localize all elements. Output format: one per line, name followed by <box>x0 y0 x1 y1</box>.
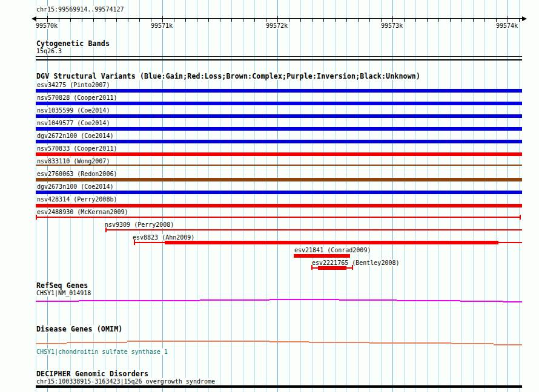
section-title-dgv: DGV Structural Variants (Blue:Gain;Red:L… <box>36 73 421 80</box>
omim-gene-line[interactable] <box>494 344 522 345</box>
ruler-tick <box>369 18 370 22</box>
variant-end-tick[interactable] <box>311 265 312 270</box>
omim-gene-line[interactable] <box>309 342 369 343</box>
refseq-gene-line[interactable] <box>503 301 522 302</box>
variant-label[interactable]: dgv2673n100 (Coe2014) <box>36 183 114 190</box>
variant-end-tick[interactable] <box>36 215 37 220</box>
ruler-tick <box>427 18 428 22</box>
ruler-tick <box>82 18 82 22</box>
variant-bar[interactable] <box>36 217 521 218</box>
variant-bar[interactable] <box>36 191 522 194</box>
variant-end-tick[interactable] <box>105 227 107 232</box>
ruler-tick-label: 99571k <box>151 22 173 29</box>
ruler-tick <box>496 18 497 22</box>
ruler-tick-label: 99574k <box>496 22 518 29</box>
ruler-tick <box>519 18 520 22</box>
omim-gene-line[interactable] <box>36 343 67 344</box>
section-title-decipher: DECIPHER Genomic Disorders <box>36 370 149 377</box>
ruler-tick-label: 99572k <box>266 22 288 29</box>
variant-bar[interactable] <box>165 241 498 244</box>
refseq-gene-line[interactable] <box>397 300 460 301</box>
ruler-tick <box>151 18 151 22</box>
omim-gene-line[interactable] <box>270 341 309 342</box>
ruler-tick <box>208 18 209 22</box>
ruler-tick <box>300 18 301 22</box>
section-title-refseq: RefSeq Genes <box>36 282 88 289</box>
variant-label[interactable]: nsv833110 (Wong2007) <box>36 158 110 165</box>
ruler-tick <box>289 18 289 22</box>
ruler-tick-label: 99570k <box>36 22 58 29</box>
variant-bar[interactable] <box>36 165 522 166</box>
ruler-tick <box>404 18 405 22</box>
ruler-tick <box>139 18 140 22</box>
refseq-gene-line[interactable] <box>339 299 397 301</box>
variant-bar[interactable] <box>36 140 522 143</box>
ruler-tick <box>381 18 382 22</box>
variant-bar[interactable] <box>36 114 522 118</box>
variant-label[interactable]: esv2760063 (Redon2006) <box>36 171 117 177</box>
ruler-tick <box>231 18 232 22</box>
variant-label[interactable]: esv2488930 (McKernan2009) <box>36 209 129 215</box>
variant-label[interactable]: esv2221765 (Bentley2008) <box>311 260 400 266</box>
refseq-gene-line[interactable] <box>460 301 503 302</box>
ruler-tick <box>128 18 128 22</box>
omim-gene-line[interactable] <box>127 341 270 342</box>
cytoband-bar[interactable] <box>36 59 522 60</box>
variant-end-tick[interactable] <box>520 215 521 220</box>
variant-label[interactable]: esv34275 (Pinto2007) <box>36 82 110 88</box>
refseq-gene-line[interactable] <box>270 299 339 300</box>
ruler-tick <box>105 18 105 22</box>
variant-label[interactable]: nsv570828 (Cooper2011) <box>36 94 117 101</box>
ruler-tick <box>266 18 266 22</box>
omim-gene-line[interactable] <box>67 342 127 343</box>
ruler-tick <box>450 18 451 22</box>
ruler-line <box>36 18 522 19</box>
ruler-tick <box>473 18 474 22</box>
ruler-tick <box>185 18 186 22</box>
variant-label[interactable]: nsv570833 (Cooper2011) <box>36 145 117 152</box>
section-title-cytogenetic: Cytogenetic Bands <box>36 40 110 47</box>
ruler-tick <box>484 18 485 22</box>
refseq-gene-line[interactable] <box>200 299 270 301</box>
variant-bar[interactable] <box>318 266 346 270</box>
cytoband-label[interactable]: 15q26.3 <box>36 48 62 54</box>
variant-bar[interactable] <box>36 89 522 93</box>
ruler-tick <box>220 18 220 22</box>
omim-gene-line[interactable] <box>451 343 494 344</box>
genome-browser-canvas: chr15:99569914..99574127 Cytogenetic Ban… <box>0 0 539 392</box>
variant-label[interactable]: esv8823 (Ahn2009) <box>132 234 195 241</box>
refseq-gene-label[interactable]: CHSY1|NM_014918 <box>36 290 91 296</box>
ruler-tick <box>36 18 36 22</box>
omim-gene-label[interactable]: CHSY1|chondroitin sulfate synthase 1 <box>36 348 168 355</box>
refseq-gene-line[interactable] <box>36 301 79 302</box>
variant-end-tick[interactable] <box>352 265 353 270</box>
ruler-tick <box>174 18 174 22</box>
decipher-region-bar[interactable] <box>36 385 522 388</box>
cytoband-underline <box>36 56 522 57</box>
section-title-omim: Disease Genes (OMIM) <box>36 325 123 333</box>
ruler-tick <box>415 18 416 22</box>
variant-label[interactable]: nsv1049577 (Coe2014) <box>36 120 110 126</box>
variant-label[interactable]: esv21841 (Conrad2009) <box>294 247 371 253</box>
variant-end-tick[interactable] <box>134 240 135 245</box>
decipher-entry-label[interactable]: chr15:100338915-3163423|15q26 overgrowth… <box>36 378 216 385</box>
variant-label[interactable]: nsv9309 (Perry2008) <box>104 221 174 228</box>
ruler-tick <box>358 18 359 22</box>
ruler-tick <box>461 18 462 22</box>
variant-bar[interactable] <box>36 178 522 181</box>
variant-bar[interactable] <box>105 229 522 230</box>
ruler-tick <box>335 18 336 22</box>
variant-label[interactable]: nsv1035599 (Coe2014) <box>36 107 110 114</box>
variant-bar[interactable] <box>294 254 350 258</box>
variant-label[interactable]: dgv2672n100 (Coe2014) <box>36 132 114 139</box>
ruler-tick-label: 99573k <box>381 22 403 29</box>
variant-bar[interactable] <box>36 204 522 207</box>
region-position-label: chr15:99569914..99574127 <box>36 6 125 13</box>
refseq-gene-line[interactable] <box>79 300 200 301</box>
variant-bar[interactable] <box>36 102 522 105</box>
ruler-tick <box>93 18 94 22</box>
omim-gene-line[interactable] <box>369 342 451 344</box>
variant-label[interactable]: nsv428314 (Perry2008b) <box>36 196 117 203</box>
variant-bar[interactable] <box>36 127 522 131</box>
variant-bar[interactable] <box>36 152 522 156</box>
